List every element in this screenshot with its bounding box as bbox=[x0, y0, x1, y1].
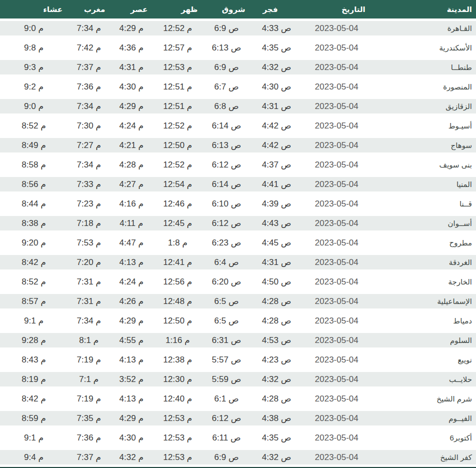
cell-shurooq: 6:8 ص bbox=[203, 96, 250, 116]
cell-asr: 4:24 م bbox=[110, 272, 153, 292]
cell-asr: 4:27 م bbox=[110, 174, 153, 194]
table-row: 9:20 م7:53 م4:47 م1:8 م6:23 ص4:45 ص2023-… bbox=[0, 233, 476, 252]
cell-maghrib: 7:18 م bbox=[68, 214, 110, 233]
cell-isha: 8:42 م bbox=[0, 389, 68, 408]
cell-city: بنى سويف bbox=[385, 155, 476, 174]
cell-asr: 4:11 م bbox=[110, 214, 153, 233]
table-row: 8:58 م7:34 م4:28 م12:52 م6:12 ص4:37 ص202… bbox=[0, 155, 476, 174]
cell-date: 2023-05-04 bbox=[303, 116, 385, 136]
cell-city: الخارجة bbox=[385, 272, 476, 292]
cell-asr: 4:13 م bbox=[110, 389, 153, 408]
cell-city: مطروح bbox=[385, 233, 476, 252]
table-row: 9:1 م7:36 م4:30 م12:53 م6:11 ص4:35 ص2023… bbox=[0, 428, 476, 448]
cell-date: 2023-05-04 bbox=[303, 252, 385, 272]
cell-shurooq: 6:14 ص bbox=[203, 116, 250, 136]
cell-maghrib: 7:37 م bbox=[68, 58, 110, 77]
cell-maghrib: 7:34 م bbox=[68, 96, 110, 116]
cell-shurooq: 6:4 ص bbox=[203, 252, 250, 272]
table-row: 8:49 م7:27 م4:21 م12:50 م6:13 ص4:42 ص202… bbox=[0, 136, 476, 155]
cell-asr: 4:31 م bbox=[110, 58, 153, 77]
cell-fajr: 4:35 ص bbox=[250, 38, 303, 58]
table-row: 8:38 م7:18 م4:11 م12:45 م6:12 ص4:43 ص202… bbox=[0, 214, 476, 233]
cell-asr: 4:24 م bbox=[110, 116, 153, 136]
cell-maghrib: 7:42 م bbox=[68, 38, 110, 58]
table-row: 8:52 م7:31 م4:24 م12:56 م6:20 ص4:50 ص202… bbox=[0, 272, 476, 292]
cell-dhuhr: 12:46 م bbox=[153, 194, 203, 214]
cell-maghrib: 7:27 م bbox=[68, 136, 110, 155]
cell-date: 2023-05-04 bbox=[303, 194, 385, 214]
cell-maghrib: 7:36 م bbox=[68, 77, 110, 96]
cell-maghrib: 7:34 م bbox=[68, 155, 110, 174]
cell-shurooq: 5:57 ص bbox=[203, 350, 250, 370]
table-row: 9:0 م7:34 م4:29 م12:52 م6:9 ص4:33 ص2023-… bbox=[0, 18, 476, 38]
cell-maghrib: 7:35 م bbox=[68, 408, 110, 428]
cell-fajr: 4:41 ص bbox=[250, 174, 303, 194]
cell-maghrib: 7:19 م bbox=[68, 350, 110, 370]
cell-fajr: 4:23 ص bbox=[250, 350, 303, 370]
cell-dhuhr: 12:51 م bbox=[153, 96, 203, 116]
table-row: 9:28 م8:1 م4:55 م1:16 م6:31 ص4:53 ص2023-… bbox=[0, 330, 476, 350]
cell-isha: 9:4 م bbox=[0, 448, 68, 467]
cell-maghrib: 7:1 م bbox=[68, 370, 110, 389]
cell-date: 2023-05-04 bbox=[303, 136, 385, 155]
cell-date: 2023-05-04 bbox=[303, 18, 385, 38]
cell-dhuhr: 12:52 م bbox=[153, 155, 203, 174]
cell-fajr: 4:28 ص bbox=[250, 292, 303, 311]
cell-maghrib: 7:31 م bbox=[68, 292, 110, 311]
table-row: 9:0 م7:34 م4:29 م12:51 م6:8 ص4:31 ص2023-… bbox=[0, 96, 476, 116]
cell-dhuhr: 12:53 م bbox=[153, 408, 203, 428]
cell-asr: 4:32 م bbox=[110, 448, 153, 467]
table-row: 8:52 م7:30 م4:24 م12:52 م6:14 ص4:42 ص202… bbox=[0, 116, 476, 136]
cell-shurooq: 6:12 ص bbox=[203, 214, 250, 233]
cell-date: 2023-05-04 bbox=[303, 77, 385, 96]
cell-fajr: 4:45 ص bbox=[250, 233, 303, 252]
cell-shurooq: 6:12 ص bbox=[203, 155, 250, 174]
cell-fajr: 4:37 ص bbox=[250, 155, 303, 174]
cell-maghrib: 7:19 م bbox=[68, 389, 110, 408]
cell-date: 2023-05-04 bbox=[303, 292, 385, 311]
cell-asr: 4:13 م bbox=[110, 350, 153, 370]
table-row: 8:42 م7:20 م4:13 م12:41 م6:4 ص4:31 ص2023… bbox=[0, 252, 476, 272]
cell-isha: 8:59 م bbox=[0, 408, 68, 428]
cell-shurooq: 6:10 ص bbox=[203, 194, 250, 214]
table-row: 8:42 م7:19 م4:13 م12:40 م6:1 ص4:28 ص2023… bbox=[0, 389, 476, 408]
table-row: 8:19 م7:1 م3:52 م12:30 م5:59 ص4:32 ص2023… bbox=[0, 370, 476, 389]
cell-maghrib: 7:20 م bbox=[68, 252, 110, 272]
table-row: 8:43 م7:19 م4:13 م12:38 م5:57 ص4:23 ص202… bbox=[0, 350, 476, 370]
table-row: 9:8 م7:42 م4:36 م12:57 م6:13 ص4:35 ص2023… bbox=[0, 38, 476, 58]
cell-asr: 4:16 م bbox=[110, 194, 153, 214]
cell-isha: 8:42 م bbox=[0, 252, 68, 272]
table-row: 8:56 م7:33 م4:27 م12:54 م6:14 ص4:41 ص202… bbox=[0, 174, 476, 194]
cell-dhuhr: 12:54 م bbox=[153, 174, 203, 194]
cell-city: القـاهرة bbox=[385, 18, 476, 38]
cell-city: أســوان bbox=[385, 214, 476, 233]
cell-isha: 8:19 م bbox=[0, 370, 68, 389]
cell-shurooq: 6:31 ص bbox=[203, 330, 250, 350]
cell-fajr: 4:42 ص bbox=[250, 136, 303, 155]
cell-date: 2023-05-04 bbox=[303, 311, 385, 330]
cell-maghrib: 7:36 م bbox=[68, 428, 110, 448]
cell-maghrib: 7:34 م bbox=[68, 311, 110, 330]
cell-asr: 4:29 م bbox=[110, 408, 153, 428]
cell-city: نويبع bbox=[385, 350, 476, 370]
cell-shurooq: 6:9 ص bbox=[203, 58, 250, 77]
header-row: عشاء مغرب عصر ظهر شروق فجر التاريخ المدي… bbox=[0, 0, 476, 18]
table-row: 8:57 م7:31 م4:26 م12:48 م6:5 ص4:28 ص2023… bbox=[0, 292, 476, 311]
cell-asr: 4:55 م bbox=[110, 330, 153, 350]
table-row: 9:2 م7:36 م4:30 م12:51 م6:7 ص4:30 ص2023-… bbox=[0, 77, 476, 96]
cell-dhuhr: 12:41 م bbox=[153, 252, 203, 272]
cell-city: المنصورة bbox=[385, 77, 476, 96]
cell-shurooq: 6:20 ص bbox=[203, 272, 250, 292]
cell-maghrib: 8:1 م bbox=[68, 330, 110, 350]
cell-city: الإسماعيلية bbox=[385, 292, 476, 311]
column-header-isha: عشاء bbox=[0, 0, 68, 18]
cell-shurooq: 6:12 ص bbox=[203, 408, 250, 428]
cell-maghrib: 7:33 م bbox=[68, 174, 110, 194]
cell-date: 2023-05-04 bbox=[303, 408, 385, 428]
cell-isha: 8:52 م bbox=[0, 116, 68, 136]
cell-city: أسيـوط bbox=[385, 116, 476, 136]
cell-dhuhr: 12:45 م bbox=[153, 214, 203, 233]
cell-isha: 8:52 م bbox=[0, 272, 68, 292]
cell-maghrib: 7:53 م bbox=[68, 233, 110, 252]
cell-shurooq: 6:13 ص bbox=[203, 38, 250, 58]
